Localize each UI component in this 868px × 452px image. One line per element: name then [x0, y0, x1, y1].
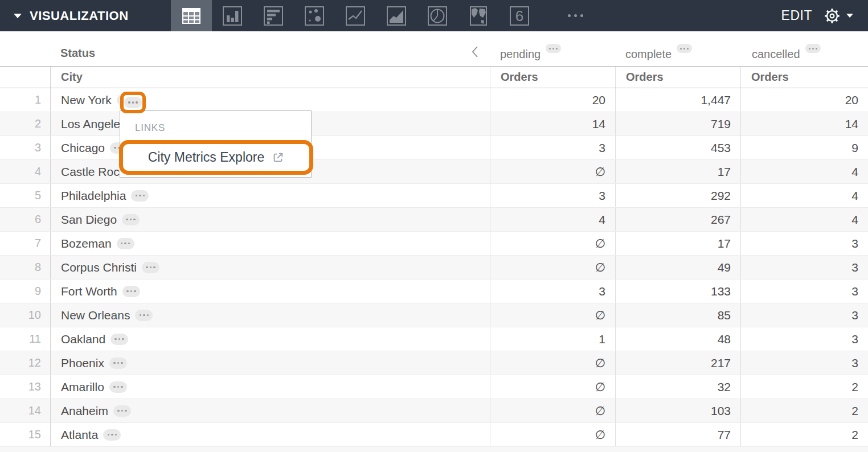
cancelled-orders-cell[interactable]: 3	[740, 256, 868, 279]
pending-orders-cell[interactable]: ∅	[490, 375, 615, 398]
complete-orders-cell[interactable]: 103	[615, 399, 740, 422]
complete-orders-cell[interactable]: 133	[615, 280, 740, 303]
cancelled-orders-cell[interactable]: 3	[740, 280, 868, 303]
pending-orders-cell[interactable]: ∅	[490, 160, 615, 183]
row-more-button[interactable]	[131, 190, 149, 202]
city-cell[interactable]: Phoenix	[50, 351, 490, 375]
city-cell[interactable]: Fort Worth	[50, 280, 490, 303]
complete-orders-cell[interactable]: 292	[615, 184, 740, 207]
complete-orders-cell[interactable]: 719	[615, 112, 740, 135]
collapse-pivot-button[interactable]	[470, 45, 480, 61]
measure-header-pending[interactable]: Orders	[490, 67, 615, 88]
pending-orders-cell[interactable]: 20	[490, 88, 615, 112]
cancelled-orders-cell[interactable]: 2	[740, 399, 868, 422]
row-more-button[interactable]	[103, 429, 121, 441]
cancelled-orders-cell[interactable]: 20	[740, 88, 868, 112]
drill-link-city-metrics-explore[interactable]: City Metrics Explore	[148, 150, 284, 165]
pending-orders-cell[interactable]: ∅	[490, 351, 615, 375]
pending-orders-cell[interactable]: ∅	[490, 303, 615, 327]
city-cell[interactable]: Corpus Christi	[50, 256, 490, 279]
settings-menu-button[interactable]	[822, 6, 853, 26]
cancelled-orders-cell[interactable]: 2	[740, 375, 868, 398]
table-row: 7 Bozeman ∅ 17 3	[0, 232, 868, 256]
complete-orders-cell[interactable]: 17	[615, 232, 740, 255]
viz-tab-map[interactable]	[458, 0, 499, 31]
edit-button[interactable]: EDIT	[781, 8, 812, 23]
cancelled-orders-cell[interactable]: 14	[740, 112, 868, 135]
gear-icon	[822, 6, 842, 26]
city-cell[interactable]: San Diego	[50, 208, 490, 231]
complete-orders-cell[interactable]: 17	[615, 160, 740, 183]
viz-tab-scatter[interactable]	[294, 0, 335, 31]
row-more-button[interactable]	[109, 358, 127, 369]
pending-orders-cell[interactable]: 3	[490, 136, 615, 159]
dimension-header[interactable]: City	[50, 67, 490, 88]
pending-orders-cell[interactable]: 3	[490, 184, 615, 207]
pivot-more-button[interactable]	[677, 44, 692, 53]
cancelled-orders-cell[interactable]: 4	[740, 160, 868, 183]
scatter-icon	[303, 5, 326, 27]
pending-orders-cell[interactable]: 3	[490, 280, 615, 303]
city-cell[interactable]: Atlanta	[50, 423, 490, 446]
cancelled-orders-cell[interactable]: 3	[740, 351, 868, 375]
complete-orders-cell[interactable]: 32	[615, 375, 740, 398]
viz-tab-area-chart[interactable]	[376, 0, 417, 31]
row-more-button[interactable]	[135, 310, 153, 321]
row-more-button[interactable]	[110, 334, 128, 345]
cancelled-orders-cell[interactable]: 3	[740, 303, 868, 327]
row-more-button[interactable]	[122, 214, 140, 225]
cancelled-orders-cell[interactable]: 3	[740, 327, 868, 351]
pivot-more-button[interactable]	[805, 44, 821, 53]
complete-orders-cell[interactable]: 453	[615, 136, 740, 159]
complete-orders-cell[interactable]: 77	[615, 423, 740, 446]
viz-tab-bar-chart[interactable]	[253, 0, 294, 31]
cancelled-orders-cell[interactable]: 4	[740, 184, 868, 207]
pending-orders-cell[interactable]: ∅	[490, 232, 615, 255]
viz-tab-table[interactable]	[171, 0, 212, 31]
pending-orders-cell[interactable]: ∅	[490, 423, 615, 446]
table-row: 13 Amarillo ∅ 32 2	[0, 375, 868, 399]
city-cell[interactable]: New Orleans	[50, 303, 490, 327]
city-cell[interactable]: Bozeman	[50, 232, 490, 255]
viz-tab-more[interactable]	[555, 0, 596, 31]
row-more-button[interactable]	[113, 405, 131, 417]
cancelled-orders-cell[interactable]: 2	[740, 423, 868, 446]
pending-orders-cell[interactable]: ∅	[490, 399, 615, 422]
cancelled-orders-cell[interactable]: 3	[740, 232, 868, 255]
viz-tab-line-chart[interactable]	[335, 0, 376, 31]
pending-orders-cell[interactable]: 4	[490, 208, 615, 231]
complete-orders-cell[interactable]: 267	[615, 208, 740, 231]
pending-orders-cell[interactable]: 14	[490, 112, 615, 135]
row-more-button[interactable]	[117, 238, 134, 249]
pivot-more-button[interactable]	[546, 44, 561, 53]
pending-orders-cell[interactable]: 1	[490, 327, 615, 351]
city-cell[interactable]: Oakland	[50, 327, 490, 351]
city-cell[interactable]: New York	[50, 88, 490, 112]
viz-tab-pie-chart[interactable]	[417, 0, 458, 31]
row-more-options-button[interactable]	[124, 97, 142, 108]
measure-header-cancelled[interactable]: Orders	[740, 67, 868, 88]
viz-tab-column-chart[interactable]	[212, 0, 253, 31]
complete-orders-cell[interactable]: 48	[615, 327, 740, 351]
city-cell[interactable]: Amarillo	[50, 375, 490, 398]
row-more-button[interactable]	[122, 286, 140, 297]
table-row: 12 Phoenix ∅ 217 3	[0, 351, 868, 375]
cancelled-orders-cell[interactable]: 9	[740, 136, 868, 159]
complete-orders-cell[interactable]: 49	[615, 256, 740, 279]
city-name: Amarillo	[61, 380, 104, 394]
measure-header-complete[interactable]: Orders	[615, 67, 740, 88]
row-more-button[interactable]	[109, 381, 127, 393]
visualization-section-toggle[interactable]: VISUALIZATION	[14, 0, 129, 31]
row-more-button[interactable]	[142, 262, 159, 273]
table-row: 11 Oakland 1 48 3	[0, 327, 868, 351]
city-cell[interactable]: Anaheim	[50, 399, 490, 422]
cancelled-orders-cell[interactable]: 4	[740, 208, 868, 231]
complete-orders-cell[interactable]: 217	[615, 351, 740, 375]
pending-orders-cell[interactable]: ∅	[490, 256, 615, 279]
viz-tab-single-value[interactable]: 6	[499, 0, 540, 31]
city-cell[interactable]: Philadelphia	[50, 184, 490, 207]
complete-orders-cell[interactable]: 85	[615, 303, 740, 327]
row-index: 9	[0, 280, 50, 303]
table-row: 8 Corpus Christi ∅ 49 3	[0, 256, 868, 280]
complete-orders-cell[interactable]: 1,447	[615, 88, 740, 112]
